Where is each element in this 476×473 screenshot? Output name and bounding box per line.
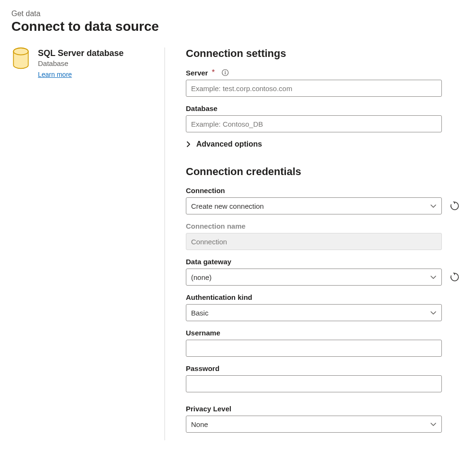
svg-point-3: [225, 71, 226, 72]
database-label: Database: [186, 104, 218, 112]
data-gateway-select[interactable]: (none): [186, 269, 442, 286]
breadcrumb: Get data: [11, 9, 465, 18]
data-source-item: SQL Server database Database Learn more: [11, 47, 155, 79]
connection-name-label: Connection name: [186, 222, 246, 230]
refresh-icon[interactable]: [449, 201, 460, 211]
password-label: Password: [186, 364, 220, 372]
info-icon[interactable]: [221, 69, 229, 76]
password-input[interactable]: [186, 375, 442, 392]
chevron-down-icon: [430, 203, 437, 209]
connection-label: Connection: [186, 186, 225, 195]
svg-rect-4: [225, 72, 225, 74]
privacy-level-select[interactable]: None: [186, 416, 442, 433]
learn-more-link[interactable]: Learn more: [38, 71, 72, 78]
source-subtitle: Database: [38, 59, 124, 67]
auth-kind-select-value: Basic: [191, 309, 209, 317]
chevron-down-icon: [430, 421, 437, 427]
refresh-icon[interactable]: [449, 272, 460, 282]
server-input[interactable]: [186, 80, 442, 97]
privacy-level-select-value: None: [191, 420, 208, 428]
connection-credentials-heading: Connection credentials: [186, 166, 460, 178]
server-label: Server: [186, 69, 208, 77]
auth-kind-label: Authentication kind: [186, 293, 252, 301]
username-label: Username: [186, 329, 220, 337]
username-input[interactable]: [186, 340, 442, 357]
chevron-down-icon: [430, 309, 437, 316]
data-gateway-select-value: (none): [191, 273, 211, 281]
auth-kind-select[interactable]: Basic: [186, 304, 442, 321]
chevron-right-icon: [186, 141, 192, 147]
connection-settings-heading: Connection settings: [186, 47, 460, 60]
data-gateway-label: Data gateway: [186, 258, 231, 266]
database-icon: [11, 47, 30, 70]
privacy-level-label: Privacy Level: [186, 405, 231, 413]
connection-select-value: Create new connection: [191, 202, 264, 210]
page-title: Connect to data source: [11, 19, 465, 34]
source-title: SQL Server database: [38, 48, 124, 58]
required-marker: *: [212, 68, 215, 77]
advanced-options-label: Advanced options: [196, 140, 262, 148]
chevron-down-icon: [430, 274, 437, 280]
database-input[interactable]: [186, 115, 442, 132]
connection-select[interactable]: Create new connection: [186, 197, 442, 214]
advanced-options-toggle[interactable]: Advanced options: [186, 140, 460, 148]
connection-name-input: [186, 233, 442, 250]
